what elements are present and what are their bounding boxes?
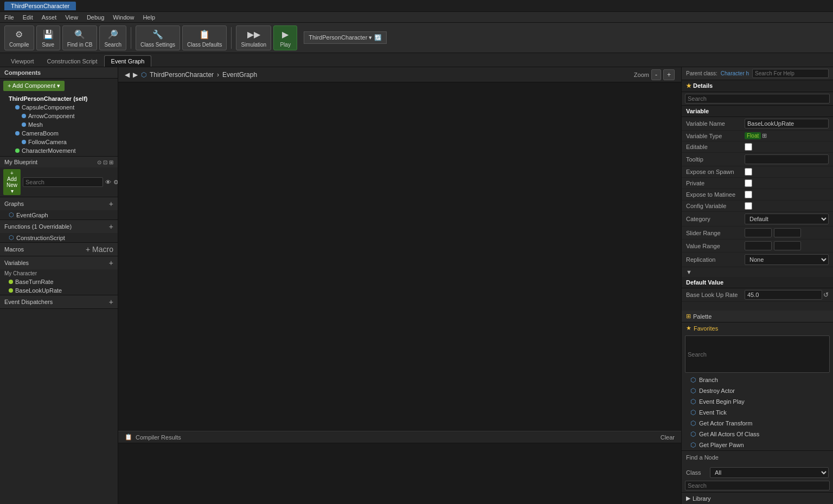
graphs-header[interactable]: Graphs +	[0, 197, 118, 210]
class-defaults-button[interactable]: 📋 Class Defaults	[182, 25, 227, 50]
event-dispatchers-header[interactable]: Event Dispatchers +	[0, 295, 118, 308]
arrow-dot	[22, 114, 26, 118]
slider-range-max[interactable]	[774, 228, 801, 237]
slider-range-min[interactable]	[745, 228, 772, 237]
menu-debug[interactable]: Debug	[87, 14, 104, 21]
find-in-cb-button[interactable]: 🔍 Find in CB	[62, 25, 98, 50]
my-blueprint-header[interactable]: My Blueprint ⊙ ⊡ ⊞	[0, 157, 118, 167]
tree-item-self[interactable]: ThirdPersonCharacter (self)	[0, 94, 118, 103]
compile-button[interactable]: ⚙ Compile	[4, 25, 34, 50]
class-select[interactable]: All	[710, 467, 829, 478]
tree-item-character-movement[interactable]: CharacterMovement	[0, 146, 118, 155]
add-dispatcher-button[interactable]: +	[109, 298, 113, 306]
construction-script-item[interactable]: ⬡ ConstructionScript	[0, 233, 118, 242]
palette-event-begin-play-item[interactable]: ⬡ Event Begin Play	[682, 396, 833, 407]
event-tick-icon: ⬡	[690, 409, 696, 416]
expose-to-matinee-checkbox[interactable]	[745, 191, 752, 198]
variables-header[interactable]: Variables +	[0, 256, 118, 269]
palette-get-all-actors-item[interactable]: ⬡ Get All Actors Of Class	[682, 429, 833, 440]
palette-header: ⊞ Palette	[682, 311, 833, 322]
library-header[interactable]: ▶ Library	[682, 492, 833, 504]
config-variable-checkbox[interactable]	[745, 202, 752, 210]
add-component-button[interactable]: + Add Component ▾	[3, 81, 65, 91]
details-search-input[interactable]	[685, 94, 830, 104]
find-cb-label: Find in CB	[67, 42, 93, 48]
palette-branch-item[interactable]: ⬡ Branch	[682, 374, 833, 385]
add-macro-button[interactable]: + Macro	[86, 245, 113, 254]
menu-help[interactable]: Help	[143, 14, 155, 21]
menu-window[interactable]: Window	[113, 14, 134, 21]
get-all-actors-label: Get All Actors Of Class	[699, 431, 759, 437]
menu-asset[interactable]: Asset	[42, 14, 57, 21]
class-settings-icon: 🔧	[151, 28, 164, 41]
menu-file[interactable]: File	[4, 14, 14, 21]
window-tab[interactable]: ThirdPersonCharacter	[4, 2, 76, 10]
favorites-star-icon: ★	[686, 325, 691, 332]
editable-checkbox[interactable]	[745, 143, 752, 151]
components-header: Components	[0, 67, 118, 79]
zoom-in-button[interactable]: +	[663, 69, 675, 80]
macros-section: Macros + Macro	[0, 243, 118, 256]
tab-construction-script[interactable]: Construction Script	[41, 56, 104, 67]
search-for-help-input[interactable]	[752, 69, 829, 78]
reset-icon[interactable]: ↺	[823, 291, 829, 299]
palette-search-input[interactable]	[685, 335, 830, 373]
play-button[interactable]: ▶ Play	[273, 25, 297, 50]
breadcrumb-forward-icon[interactable]: ▶	[133, 71, 138, 79]
tree-item-follow-camera[interactable]: FollowCamera	[0, 138, 118, 146]
search-button[interactable]: 🔎 Search	[99, 25, 126, 50]
add-new-button[interactable]: + Add New ▾	[3, 169, 21, 195]
simulation-button[interactable]: ▶▶ Simulation	[236, 25, 271, 50]
macros-header[interactable]: Macros + Macro	[0, 243, 118, 256]
destroy-actor-icon: ⬡	[690, 387, 696, 395]
tooltip-input[interactable]	[745, 154, 829, 164]
menu-view[interactable]: View	[65, 14, 78, 21]
base-turn-rate-item[interactable]: BaseTurnRate	[0, 277, 118, 286]
tree-item-camera-boom[interactable]: CameraBoom	[0, 129, 118, 138]
replication-select[interactable]: None	[745, 254, 829, 265]
expose-on-spawn-checkbox[interactable]	[745, 168, 752, 176]
right-panel: Parent class: Character h ★ Details Vari…	[681, 67, 833, 504]
collapse-icon[interactable]: ▼	[686, 269, 692, 275]
class-settings-button[interactable]: 🔧 Class Settings	[136, 25, 180, 50]
breadcrumb-back-icon[interactable]: ◀	[125, 71, 130, 79]
private-checkbox[interactable]	[745, 179, 752, 187]
functions-header[interactable]: Functions (1 Overridable) +	[0, 220, 118, 233]
event-graph-icon: ⬡	[9, 211, 14, 218]
add-function-button[interactable]: +	[109, 222, 113, 231]
base-lookup-dot	[9, 288, 13, 293]
tree-item-capsule[interactable]: CapsuleComponent	[0, 103, 118, 112]
functions-label: Functions (1 Overridable)	[4, 223, 72, 230]
self-label: ThirdPersonCharacter (self)	[9, 95, 87, 102]
tab-viewport[interactable]: Viewport	[4, 56, 41, 67]
breadcrumb-separator: ›	[217, 71, 219, 79]
add-graph-button[interactable]: +	[109, 199, 113, 208]
variable-name-label: Variable Name	[686, 120, 740, 127]
tree-item-mesh[interactable]: Mesh	[0, 120, 118, 129]
palette-get-actor-transform-item[interactable]: ⬡ Get Actor Transform	[682, 418, 833, 429]
variable-name-input[interactable]	[745, 119, 829, 128]
add-variable-button[interactable]: +	[109, 259, 113, 267]
palette-get-player-pawn-item[interactable]: ⬡ Get Player Pawn	[682, 440, 833, 450]
debug-filter[interactable]: ThirdPersonCharacter ▾ 🔃	[304, 31, 387, 44]
zoom-out-button[interactable]: -	[651, 69, 661, 80]
palette-event-tick-item[interactable]: ⬡ Event Tick	[682, 407, 833, 418]
base-lookup-rate-item[interactable]: BaseLookUpRate	[0, 286, 118, 295]
blueprint-search-input[interactable]	[23, 177, 103, 187]
tree-item-arrow[interactable]: ArrowComponent	[0, 112, 118, 120]
menu-edit[interactable]: Edit	[23, 14, 33, 21]
save-button[interactable]: 💾 Save	[36, 25, 60, 50]
base-look-up-rate-input[interactable]	[745, 290, 822, 300]
palette-destroy-actor-item[interactable]: ⬡ Destroy Actor	[682, 385, 833, 396]
class-search-input[interactable]	[685, 481, 830, 490]
value-range-max[interactable]	[774, 241, 801, 250]
tab-event-graph[interactable]: Event Graph	[104, 55, 152, 67]
value-range-min[interactable]	[745, 241, 772, 250]
variables-section: Variables + My Character BaseTurnRate Ba…	[0, 256, 118, 295]
toolbar-divider-2	[231, 27, 232, 49]
category-select[interactable]: Default	[745, 214, 829, 224]
event-graph-item[interactable]: ⬡ EventGraph	[0, 210, 118, 219]
capsule-label: CapsuleComponent	[22, 104, 74, 111]
variable-type-grid-icon[interactable]: ⊞	[762, 132, 767, 139]
clear-button[interactable]: Clear	[661, 434, 675, 441]
